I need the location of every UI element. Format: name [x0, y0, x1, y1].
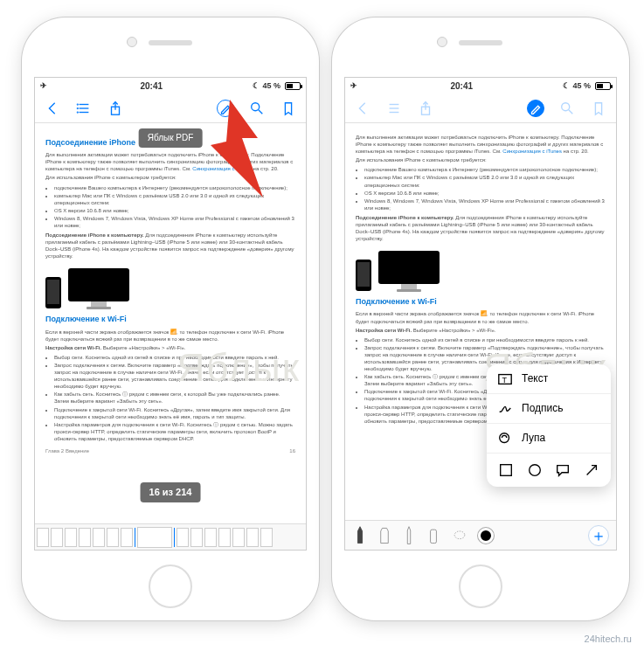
svg-rect-19 [501, 465, 512, 476]
popover-label: Текст [522, 371, 548, 385]
page-thumbnail[interactable] [121, 528, 133, 547]
status-bar: ✈︎ 20:41 ☾ 45 % [345, 78, 616, 93]
requirements-list: подключение Вашего компьютера к Интернет… [364, 166, 606, 211]
popover-shapes-row [487, 454, 611, 487]
svg-point-4 [77, 107, 78, 108]
page-footer: Глава 2 Введение 16 [45, 447, 295, 454]
text-box-icon: T [497, 371, 513, 387]
page-thumbnails-strip[interactable] [35, 523, 306, 550]
section-heading: Подключение к Wi-Fi [45, 314, 295, 324]
pencil-tool[interactable] [401, 524, 417, 547]
home-button[interactable] [149, 564, 192, 608]
home-button[interactable] [459, 564, 502, 608]
battery-icon [285, 82, 301, 90]
battery-text: 45 % [262, 81, 280, 90]
pen-tool[interactable] [352, 524, 368, 547]
page-thumbnail[interactable] [260, 528, 273, 547]
add-shape-popover: T Текст Подпись Лупа [487, 364, 611, 487]
magnifier-icon [497, 431, 513, 447]
search-button[interactable] [558, 100, 576, 117]
eraser-tool[interactable] [426, 524, 441, 547]
page-thumbnail[interactable] [190, 528, 203, 547]
page-thumbnail[interactable] [246, 528, 259, 547]
iphone-graphic [356, 260, 371, 291]
page-thumbnail[interactable] [204, 528, 217, 547]
moon-icon: ☾ [563, 81, 570, 90]
svg-point-23 [454, 530, 465, 538]
document-title-tooltip: Яблык PDF [139, 128, 203, 148]
pdf-toolbar [345, 93, 616, 123]
outline-button[interactable] [385, 100, 403, 117]
page-thumbnail[interactable] [232, 528, 245, 547]
airplane-icon: ✈︎ [40, 81, 47, 90]
status-time: 20:41 [140, 81, 163, 91]
shape-speech-bubble-icon[interactable] [555, 462, 571, 478]
svg-line-8 [259, 109, 263, 114]
iphone-mockup-right: ✈︎ 20:41 ☾ 45 % [332, 17, 629, 620]
requirements-list: подключение Вашего компьютера к Интернет… [54, 184, 295, 230]
shape-circle-icon[interactable] [527, 462, 543, 478]
lasso-tool[interactable] [450, 524, 469, 547]
svg-line-21 [586, 466, 596, 475]
popover-item-signature[interactable]: Подпись [487, 394, 611, 424]
pdf-page[interactable]: Яблык PDF Подсоединение iPhone Для выпол… [35, 123, 306, 523]
highlighter-tool[interactable] [377, 524, 392, 547]
outline-button[interactable] [75, 100, 93, 117]
shape-square-icon[interactable] [498, 462, 514, 478]
page-thumbnail[interactable] [177, 528, 189, 547]
popover-label: Лупа [522, 431, 545, 445]
status-time: 20:41 [450, 81, 473, 91]
shape-arrow-icon[interactable] [584, 462, 599, 478]
bookmark-button[interactable] [590, 100, 607, 117]
page-thumbnail-current[interactable] [137, 527, 172, 548]
moon-icon: ☾ [253, 81, 260, 90]
svg-point-18 [500, 433, 509, 442]
page-indicator: 16 из 214 [141, 482, 201, 502]
page-thumbnail[interactable] [218, 528, 231, 547]
svg-text:T: T [502, 375, 507, 384]
source-watermark: 24hitech.ru [585, 634, 632, 644]
imac-graphic [68, 268, 129, 308]
devices-illustration [356, 247, 606, 291]
svg-point-14 [562, 102, 570, 110]
svg-point-3 [77, 104, 78, 105]
svg-point-20 [529, 465, 540, 476]
iphone-mockup-left: ✈︎ 20:41 ☾ 45 % [22, 17, 319, 620]
popover-item-text[interactable]: T Текст [487, 364, 611, 394]
bookmark-button[interactable] [280, 100, 297, 117]
popover-label: Подпись [522, 401, 564, 415]
search-button[interactable] [248, 100, 266, 117]
back-button[interactable] [354, 100, 371, 117]
pdf-page[interactable]: Для выполнения активации может потребова… [345, 123, 616, 520]
add-shape-button[interactable]: ＋ [588, 525, 609, 546]
battery-icon [595, 82, 611, 90]
page-thumbnail[interactable] [107, 528, 119, 547]
battery-text: 45 % [572, 81, 591, 90]
iphone-graphic [45, 277, 61, 308]
link-sync-itunes[interactable]: Синхронизация с iTunes [192, 166, 252, 171]
markup-button[interactable] [217, 100, 234, 117]
svg-point-7 [252, 102, 260, 110]
color-picker[interactable] [478, 528, 494, 544]
page-thumbnail[interactable] [93, 528, 105, 547]
back-button[interactable] [44, 100, 61, 117]
markup-toolbar: ＋ [345, 520, 616, 550]
status-bar: ✈︎ 20:41 ☾ 45 % [35, 78, 306, 93]
svg-point-5 [77, 112, 78, 113]
pdf-toolbar [35, 93, 306, 123]
popover-item-magnifier[interactable]: Лупа [487, 424, 611, 454]
page-thumbnail[interactable] [51, 528, 63, 547]
svg-rect-22 [431, 530, 437, 543]
screen-left: ✈︎ 20:41 ☾ 45 % [34, 77, 307, 551]
section-heading: Подключение к Wi-Fi [356, 296, 606, 307]
share-button[interactable] [417, 100, 434, 117]
signature-icon [497, 401, 513, 417]
page-thumbnail[interactable] [79, 528, 91, 547]
wifi-steps-list: Выбор сети. Коснитесь одной из сетей в с… [54, 354, 295, 442]
markup-button-active[interactable] [527, 100, 544, 117]
page-thumbnail[interactable] [37, 528, 49, 547]
link-sync-itunes[interactable]: Синхронизация с iTunes [502, 149, 562, 154]
screen-right: ✈︎ 20:41 ☾ 45 % [344, 77, 617, 551]
share-button[interactable] [107, 100, 124, 117]
page-thumbnail[interactable] [65, 528, 77, 547]
